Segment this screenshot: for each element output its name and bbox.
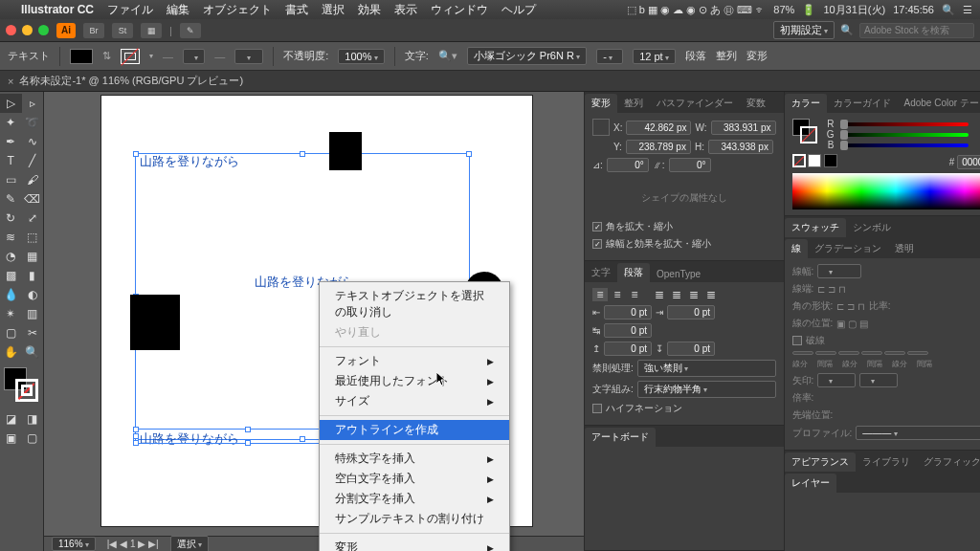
gradient-tool-icon[interactable]: ▮	[22, 266, 44, 285]
chk-scale-strokes[interactable]	[592, 239, 602, 249]
menu-type[interactable]: 書式	[285, 2, 308, 18]
gradient-mode-icon[interactable]: ◨	[22, 409, 44, 429]
close-tab-icon[interactable]: ×	[8, 76, 13, 87]
val-b[interactable]: 0	[974, 140, 981, 150]
paragraph-panel-tabs[interactable]: 文字 段落 OpenType	[585, 261, 784, 282]
field-hex[interactable]: 000000	[957, 155, 980, 169]
rectangle-tool-icon[interactable]: ▭	[0, 170, 22, 189]
magic-wand-tool-icon[interactable]: ✦	[0, 113, 22, 132]
shape-builder-tool-icon[interactable]: ◔	[0, 247, 22, 266]
tab-adobe-color[interactable]: Adobe Color テー	[898, 94, 981, 113]
tab-transparency[interactable]: 透明	[888, 239, 921, 258]
eyedropper-tool-icon[interactable]: 💧	[0, 285, 22, 304]
stroke-weight-field[interactable]	[183, 49, 205, 64]
bridge-icon[interactable]: Br	[83, 23, 104, 38]
white-color-icon[interactable]	[808, 154, 821, 167]
ctx-insert-break[interactable]: 分割文字を挿入▶	[320, 489, 509, 509]
app-name[interactable]: Illustrator CC	[21, 3, 94, 16]
pen-tool-icon[interactable]: ✒	[0, 132, 22, 151]
menu-view[interactable]: 表示	[394, 2, 417, 18]
stroke-caret-icon[interactable]: ▾	[149, 52, 153, 60]
tab-gradient[interactable]: グラデーション	[808, 239, 888, 258]
menu-file[interactable]: ファイル	[107, 2, 153, 18]
handle-n[interactable]	[300, 151, 305, 157]
mojikumi-select[interactable]: 行末約物半角	[637, 381, 776, 398]
color-mode-icon[interactable]: ◪	[0, 409, 22, 429]
type-tool-icon[interactable]: T	[0, 151, 22, 170]
width-tool-icon[interactable]: ≋	[0, 228, 22, 247]
corner-buttons[interactable]: ⊏ ⊐ ⊓	[836, 301, 865, 312]
ctx-recent-fonts[interactable]: 最近使用したフォント▶	[320, 371, 509, 391]
chk-dash[interactable]	[792, 336, 802, 345]
none-color-icon[interactable]	[792, 154, 806, 167]
menu-window[interactable]: ウィンドウ	[431, 2, 488, 18]
menu-object[interactable]: オブジェクト	[203, 2, 272, 18]
swap-fill-stroke-icon[interactable]: ⇅	[102, 50, 111, 62]
curvature-tool-icon[interactable]: ∿	[22, 132, 44, 151]
chk-scale-corners[interactable]	[592, 222, 602, 231]
extra-tool-icon[interactable]: ✎	[180, 23, 201, 38]
field-stroke-weight[interactable]	[817, 264, 861, 278]
ctx-insert-special[interactable]: 特殊文字を挿入▶	[320, 449, 509, 469]
field-w[interactable]: 383.931 px	[711, 121, 776, 135]
stroke-preview-icon[interactable]	[800, 126, 817, 143]
field-angle[interactable]: 0°	[607, 158, 649, 172]
fill-swatch[interactable]	[70, 49, 93, 64]
tab-stroke[interactable]: 線	[785, 239, 808, 258]
field-space-after[interactable]: 0 pt	[667, 342, 715, 356]
ctx-insert-whitespace[interactable]: 空白文字を挿入▶	[320, 469, 509, 489]
selection-tool-icon[interactable]: ▷	[0, 94, 22, 113]
opacity-field[interactable]: 100%	[338, 49, 384, 64]
symbol-tool-icon[interactable]: ✴	[0, 304, 22, 323]
color-panel-tabs[interactable]: カラー カラーガイド Adobe Color テー	[785, 92, 981, 113]
stock-icon[interactable]: St	[112, 23, 133, 38]
blend-tool-icon[interactable]: ◐	[22, 285, 44, 304]
hand-tool-icon[interactable]: ✋	[0, 342, 22, 362]
field-space-before[interactable]: 0 pt	[604, 342, 652, 356]
font-style-field[interactable]: -	[596, 49, 623, 64]
status-select[interactable]: 選択	[170, 536, 209, 552]
tab-layers[interactable]: レイヤー	[785, 474, 836, 493]
shaper-tool-icon[interactable]: ✎	[0, 189, 22, 209]
free-transform-tool-icon[interactable]: ⬚	[22, 228, 44, 247]
spotlight-icon[interactable]: 🔍	[942, 4, 955, 16]
val-r[interactable]: 0	[974, 119, 981, 129]
tab-opentype[interactable]: OpenType	[650, 266, 707, 282]
text-object-1[interactable]: 山路を登りながら	[140, 153, 239, 170]
mesh-tool-icon[interactable]: ▩	[0, 266, 22, 285]
minimize-window-icon[interactable]	[22, 25, 33, 35]
screen-mode2-icon[interactable]: ▢	[22, 429, 44, 448]
font-family-field[interactable]: 小塚ゴシック Pr6N R	[467, 47, 587, 65]
paragraph-label[interactable]: 段落	[685, 49, 706, 63]
handle-nw[interactable]	[133, 151, 139, 157]
document-title[interactable]: 名称未設定-1* @ 116% (RGB/GPU プレビュー)	[19, 74, 243, 88]
artboard-nav[interactable]: |◀ ◀ 1 ▶ ▶|	[107, 539, 159, 549]
slider-r[interactable]	[840, 122, 969, 126]
appearance-panel-tabs[interactable]: アピアランス ライブラリ グラフィックスタ	[785, 451, 981, 472]
canvas-area[interactable]: 山路を登りながら 山路を登りながら 山路を登りながら テキストオブジェクトを選択…	[44, 92, 584, 551]
close-window-icon[interactable]	[6, 25, 16, 35]
workspace-switcher[interactable]: 初期設定	[773, 21, 835, 39]
reference-point-icon[interactable]	[592, 119, 610, 136]
tab-artboard[interactable]: アートボード	[585, 428, 656, 447]
black-rectangle-2[interactable]	[130, 295, 180, 350]
font-size-field[interactable]: 12 pt	[633, 49, 676, 64]
stroke-variable-icon[interactable]: —	[214, 51, 225, 62]
kinsoku-select[interactable]: 強い禁則	[637, 360, 776, 377]
tab-libraries[interactable]: ライブラリ	[856, 452, 917, 472]
slider-g[interactable]	[840, 133, 969, 137]
screen-mode-icon[interactable]: ▣	[0, 429, 22, 448]
tab-appearance[interactable]: アピアランス	[785, 452, 856, 472]
ctx-font[interactable]: フォント▶	[320, 351, 509, 371]
tab-variables[interactable]: 変数	[740, 94, 772, 113]
transform-label[interactable]: 変形	[746, 49, 768, 63]
paintbrush-tool-icon[interactable]: 🖌	[22, 170, 44, 189]
perspective-tool-icon[interactable]: ▦	[22, 247, 44, 266]
tab-pathfinder[interactable]: パスファインダー	[650, 94, 740, 113]
stroke-profile-field[interactable]	[234, 49, 263, 64]
field-x[interactable]: 42.862 px	[626, 121, 691, 135]
field-indent-right[interactable]: 0 pt	[667, 305, 715, 320]
field-h[interactable]: 343.938 px	[708, 140, 773, 154]
fill-stroke-control[interactable]	[4, 367, 40, 404]
swatch-panel-tabs[interactable]: スウォッチ シンボル	[785, 216, 981, 237]
